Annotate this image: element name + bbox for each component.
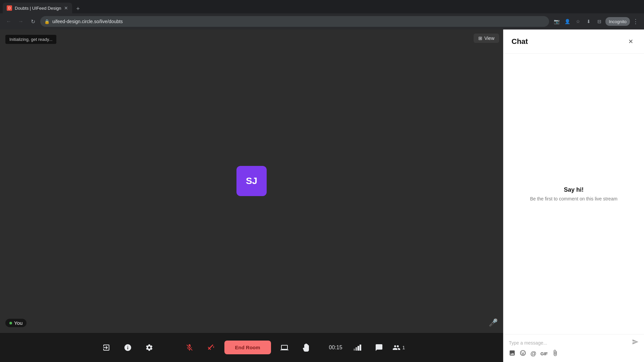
view-label: View <box>484 36 494 41</box>
online-dot <box>9 322 12 324</box>
more-options-button[interactable]: ⋮ <box>631 18 640 25</box>
new-tab-button[interactable]: + <box>73 4 83 13</box>
user-avatar: SJ <box>236 166 267 196</box>
say-hi-subtitle: Be the first to comment on this live str… <box>530 196 618 201</box>
avatar-container: SJ <box>236 166 267 196</box>
forward-button[interactable]: → <box>16 17 25 26</box>
nav-actions: 📷 👤 ☆ ⬇ ⊟ Incognito ⋮ <box>552 17 640 26</box>
profile-icon[interactable]: 👤 <box>562 17 572 26</box>
camera-icon[interactable]: 📷 <box>552 17 561 26</box>
participants-button[interactable]: 1 <box>392 344 405 352</box>
say-hi-title: Say hi! <box>564 186 584 193</box>
settings-button[interactable] <box>141 340 157 356</box>
send-button[interactable] <box>632 339 639 347</box>
you-label: You <box>14 320 22 326</box>
mention-button[interactable]: @ <box>530 350 536 357</box>
tab-bar: D Doubts | UIFeed Design ✕ + <box>0 0 644 13</box>
svg-rect-2 <box>358 346 359 351</box>
tab-close-button[interactable]: ✕ <box>64 5 68 11</box>
gif-button[interactable]: GIF <box>540 351 548 356</box>
chat-title: Chat <box>512 37 528 46</box>
info-button[interactable] <box>120 340 136 356</box>
video-content: Initializing, get ready... ⊞ View SJ You… <box>0 29 503 333</box>
split-screen-icon[interactable]: ⊟ <box>595 17 604 26</box>
attachment-button[interactable] <box>552 350 558 358</box>
address-bar[interactable]: 🔒 uifeed-design.circle.so/live/doubts <box>40 16 549 27</box>
chat-input-area: @ GIF <box>503 334 644 362</box>
leave-button[interactable] <box>98 340 114 356</box>
browser-chrome: D Doubts | UIFeed Design ✕ + ← → ↻ 🔒 uif… <box>0 0 644 29</box>
svg-rect-1 <box>356 347 357 351</box>
screen-share-button[interactable] <box>276 340 292 356</box>
view-icon: ⊞ <box>478 36 482 41</box>
image-upload-button[interactable] <box>509 350 516 358</box>
participants-count: 1 <box>402 345 405 350</box>
controls-bar: End Room 00:15 1 <box>0 333 503 362</box>
incognito-label: Incognito <box>609 19 627 24</box>
bookmark-icon[interactable]: ☆ <box>573 17 583 26</box>
emoji-button[interactable] <box>520 350 526 358</box>
init-badge: Initializing, get ready... <box>5 35 56 44</box>
incognito-button[interactable]: Incognito <box>605 17 630 26</box>
chat-actions: @ GIF <box>509 350 639 358</box>
download-icon[interactable]: ⬇ <box>584 17 593 26</box>
url-text: uifeed-design.circle.so/live/doubts <box>52 19 123 24</box>
video-area: Initializing, get ready... ⊞ View SJ You… <box>0 29 503 362</box>
chat-button[interactable] <box>371 340 387 356</box>
back-button[interactable]: ← <box>4 17 13 26</box>
chat-panel: Chat ✕ Say hi! Be the first to comment o… <box>503 29 644 362</box>
main-layout: Initializing, get ready... ⊞ View SJ You… <box>0 29 644 362</box>
chat-input[interactable] <box>509 340 629 346</box>
view-button[interactable]: ⊞ View <box>474 34 499 43</box>
timer-display: 00:15 <box>327 345 344 351</box>
mute-video-button[interactable] <box>203 340 219 356</box>
say-hi-section: Say hi! Be the first to comment on this … <box>509 59 639 329</box>
you-badge: You <box>5 319 26 327</box>
chat-input-row <box>509 339 639 347</box>
mute-audio-button[interactable] <box>181 340 198 356</box>
chat-close-button[interactable]: ✕ <box>625 36 636 47</box>
nav-bar: ← → ↻ 🔒 uifeed-design.circle.so/live/dou… <box>0 13 644 29</box>
lock-icon: 🔒 <box>44 19 50 24</box>
active-tab[interactable]: D Doubts | UIFeed Design ✕ <box>3 3 72 13</box>
tab-title: Doubts | UIFeed Design <box>15 6 61 11</box>
signal-strength-icon <box>350 340 366 356</box>
tab-favicon: D <box>7 5 12 11</box>
chat-header: Chat ✕ <box>503 29 644 54</box>
raise-hand-button[interactable] <box>298 340 314 356</box>
reload-button[interactable]: ↻ <box>28 17 38 26</box>
chat-messages: Say hi! Be the first to comment on this … <box>503 54 644 334</box>
svg-rect-3 <box>360 345 361 351</box>
mic-muted-icon: 🎤 <box>489 318 498 327</box>
svg-rect-0 <box>354 349 355 351</box>
end-room-button[interactable]: End Room <box>224 341 271 354</box>
